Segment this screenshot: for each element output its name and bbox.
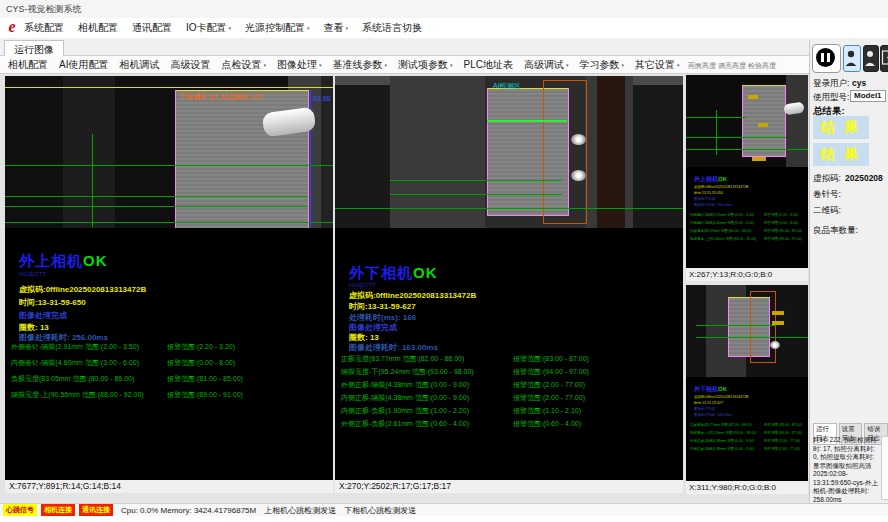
chevron-down-icon: ▾ (621, 62, 624, 68)
upper-camera-heartbeat-msg: 上相机心跳检测发送 (264, 505, 336, 516)
exit-door-icon (881, 46, 888, 69)
status-bar: 心跳信号 相机连接 通讯连接 Cpu: 0.0% Memory: 3424.41… (0, 503, 888, 516)
virtual-code-value: 20250208 (845, 173, 883, 183)
camera-result-title: 外上相机OK (19, 252, 108, 271)
reflection-glint (770, 341, 780, 349)
virtual-code-line: 虚拟码:0ffline2025020813313472B (349, 290, 476, 301)
alarm-range-text: 报警范围:(89.00 - 91.00) (764, 237, 802, 241)
user-badge-icon (844, 46, 858, 69)
ai-detect-box (543, 80, 587, 224)
menu-comm-config[interactable]: 通讯配置 (132, 21, 172, 35)
virtual-code-label: 虚拟码: (813, 173, 841, 185)
green-measure-line (92, 134, 93, 227)
green-measure-line (696, 325, 776, 326)
tool-camera-config[interactable]: 相机配置 (8, 58, 48, 72)
menu-io-config[interactable]: IO卡配置▾ (186, 21, 231, 35)
camera-name: 外上相机 (19, 252, 83, 269)
camera-connection-badge: 相机连接 (41, 504, 75, 516)
model-label: 使用型号: (813, 92, 849, 104)
alarm-range-text: 报警范围:(0.60 - 4.00) (513, 419, 581, 429)
time-line: 时间:13-31-59-627 (694, 401, 723, 405)
measurement-text: 内侧卷针-隔膜(4.60mm 范围:(3.00 - 6.00) (11, 358, 139, 368)
yellow-marker (752, 157, 766, 161)
upper-camera-image[interactable]: 下限阈值:93, 动态阈值:100 93.68 (5, 76, 333, 228)
chevron-down-icon: ▾ (450, 62, 453, 68)
process-done-line: 图像处理完成 (694, 407, 715, 411)
chevron-down-icon: ▾ (263, 62, 266, 68)
measurement-row: 隔膜宽度-下(95.24mm 范围:(93.00 - 98.00) 报警范围:(… (341, 367, 683, 377)
measurement-row: 外侧卷针-隔膜(2.91mm 范围:(2.00 - 3.50) 报警范围:(2.… (11, 342, 333, 352)
pause-button[interactable] (812, 44, 841, 73)
camera-name: 外下相机 (349, 264, 413, 281)
operator-button[interactable] (863, 45, 879, 72)
alarm-range-text: 报警范围:(2.00 - 77.00) (513, 393, 585, 403)
tool-learning-params[interactable]: 学习参数▾ (579, 58, 624, 72)
chevron-down-icon: ▾ (384, 62, 387, 68)
tool-plc-address-table[interactable]: PLC地址表 (464, 58, 513, 72)
green-measure-line (487, 120, 567, 122)
log-scrollbar[interactable] (881, 436, 888, 500)
measurement-row: 内侧正极-隔膜(4.38mm 范围:(0.00 - 9.00) 报警范围:(2.… (341, 393, 683, 403)
tool-camera-debug[interactable]: 相机调试 (119, 58, 159, 72)
menu-light-config[interactable]: 光源控制配置▾ (245, 21, 310, 35)
tool-spot-check[interactable]: 点检设置▾ (221, 58, 266, 72)
thumbnail-image[interactable] (686, 75, 808, 167)
menu-system-config[interactable]: 系统配置 (24, 21, 64, 35)
app-logo-icon: e (4, 19, 20, 35)
tool-image-processing[interactable]: 图像处理▾ (277, 58, 322, 72)
login-user-button[interactable] (843, 45, 861, 72)
menu-view[interactable]: 查看▾ (324, 21, 349, 35)
measurement-row: 内侧卷针-隔膜(4.60mm 范围:(3.00 - 6.00) 报警范围:(0.… (11, 358, 333, 368)
ai-detect-box (750, 291, 776, 363)
measurement-text: 外侧卷针-隔膜(2.91mm 范围:(2.00 - 3.50) (690, 213, 754, 217)
tool-test-params[interactable]: 测试项参数▾ (398, 58, 453, 72)
measurement-text: 内侧卷针-隔膜(4.60mm 范围:(3.00 - 6.00) (690, 221, 754, 225)
green-measure-line (716, 110, 717, 155)
window-titlebar: CYS-视觉检测系统 (0, 0, 888, 18)
login-user-label: 登录用户: (813, 78, 849, 90)
camera-result-title: 外下相机OK (694, 385, 727, 394)
model-select[interactable]: Model1 (850, 90, 886, 102)
alarm-range-text: 报警范围:(0.00 - 8.00) (764, 221, 798, 225)
tool-baseline-params[interactable]: 基准线参数▾ (332, 58, 387, 72)
ng-sub-label: NG或OTT (19, 270, 46, 279)
lower-camera-image[interactable]: AI检测区 (335, 76, 683, 228)
measurement-text: 内侧正极-负极(1.90mm 范围:(1.00 - 2.20) (341, 406, 469, 416)
machine-column (786, 75, 808, 167)
chevron-down-icon: ▾ (319, 62, 322, 68)
measurement-row: 外侧正极-负极(2.61mm 范围:(0.60 - 4.00) 报警范围:(0.… (341, 419, 683, 429)
tool-advanced-settings[interactable]: 高级设置 (170, 58, 210, 72)
thumbnail-image[interactable] (686, 285, 808, 377)
measurement-text: 正极宽度(83.77mm 范围:(82.00 - 88.00) (690, 423, 752, 427)
measurement-row: 内侧正极-负极(1.90mm 范围:(1.00 - 2.20) 报警范围:(1.… (341, 406, 683, 416)
alarm-range-text: 报警范围:(1.10 - 2.10) (513, 406, 581, 416)
alarm-range-text: 报警范围:(83.00 - 87.00) (513, 354, 589, 364)
log-text: 耗时: 222, 拍照检测耗时: 17, 拍照分离耗时: 0, 拍照提取分离耗时… (813, 436, 879, 504)
menu-camera-config[interactable]: 相机配置 (78, 21, 118, 35)
ai-detect-zone-label: AI检测区 (493, 81, 521, 91)
machine-column (390, 76, 485, 228)
green-measure-line (5, 206, 308, 207)
tool-other-settings[interactable]: 其它设置▾ (635, 58, 680, 72)
process-done-line: 图像处理完成 (694, 197, 715, 201)
upper-camera-thumbnail-panel: 外上相机OK 虚拟码:0ffline2025020813313472B 时间:1… (686, 75, 808, 281)
tool-ai-usage-config[interactable]: AI使用配置 (59, 58, 108, 72)
measurement-text: 隔膜宽度-下(95.24mm 范围:(93.00 - 98.00) (341, 367, 474, 377)
comm-connection-badge: 通讯连接 (79, 504, 113, 516)
window-title: CYS-视觉检测系统 (6, 4, 82, 14)
menu-language-switch[interactable]: 系统语言切换 (362, 21, 422, 35)
camera-result-title: 外上相机OK (694, 175, 727, 184)
measurement-text: 负极宽度(83.05mm 范围:(80.00 - 86.00) (11, 374, 134, 384)
chevron-down-icon: ▾ (307, 25, 310, 31)
green-measure-line (696, 337, 808, 338)
tool-advanced-debug[interactable]: 高级调试▾ (524, 58, 569, 72)
virtual-code-line: 虚拟码:0ffline2025020813313472B (19, 284, 146, 295)
qr-code-label: 二维码: (813, 205, 841, 217)
exit-button[interactable] (880, 45, 888, 72)
measurement-text: 外侧正极-隔膜(4.38mm 范围:(0.00 - 9.00) (341, 380, 469, 390)
pause-icon (816, 48, 835, 67)
time-line: 时间:13-31-59-650 (19, 297, 86, 308)
alarm-range-text: 报警范围:(83.00 - 87.00) (764, 423, 802, 427)
measurement-text: 内侧正极-隔膜(4.38mm 范围:(0.00 - 9.00) (341, 393, 469, 403)
chevron-down-icon: ▾ (229, 25, 232, 31)
